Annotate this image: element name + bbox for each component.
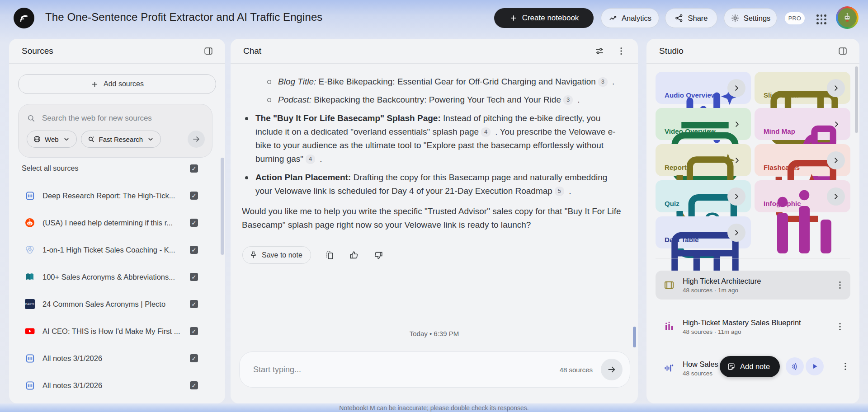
research-mode-dropdown[interactable]: Fast Research [81,131,161,148]
note-more-icon[interactable] [834,279,846,291]
source-row[interactable]: Deep Research Report: The High-Tick...✓ [9,182,225,209]
source-title: (USA) I need help determining if this r.… [42,219,183,227]
chat-more-icon[interactable] [615,45,627,57]
citation-chip[interactable]: 5 [555,187,564,196]
chevron-right-icon[interactable] [831,119,841,129]
send-button[interactable] [601,359,623,380]
note-more-icon[interactable] [840,360,851,372]
thumbs-down-button[interactable] [373,249,384,261]
chat-bullet: The "Buy It For Life Basecamp" Splash Pa… [242,112,624,166]
create-notebook-button[interactable]: Create notebook [494,8,594,28]
citation-chip[interactable]: 4 [306,154,315,164]
studio-tile-data-table[interactable]: Data Table [656,216,751,248]
thumbs-up-button[interactable] [348,249,360,261]
studio-tile-quiz[interactable]: ?Quiz [656,180,751,212]
source-row[interactable]: All notes 3/1/2026✓ [9,345,225,372]
chat-scrollbar[interactable] [633,327,636,347]
source-row[interactable]: 1-on-1 High Ticket Sales Coaching - K...… [9,236,225,263]
add-sources-button[interactable]: Add sources [18,74,216,94]
source-checkbox[interactable]: ✓ [190,246,198,254]
source-checkbox[interactable]: ✓ [190,381,198,389]
doc-favicon-icon [24,190,35,201]
studio-tile-reports[interactable]: Reports [656,144,751,176]
analytics-button[interactable]: Analytics [601,8,659,28]
source-row[interactable]: All notes 3/1/2026✓ [9,372,225,399]
source-list: Deep Research Report: The High-Tick...✓(… [9,182,225,399]
chevron-right-icon[interactable] [732,119,742,129]
studio-divider [656,258,850,258]
note-title: High Ticket Architecture [683,277,826,286]
note-text: High-Ticket Mastery Sales Blueprint48 so… [683,318,826,335]
collapse-panel-icon[interactable] [203,45,214,57]
apps-grid-icon[interactable] [814,12,829,27]
select-all-checkbox[interactable]: ✓ [190,164,198,173]
studio-scrollbar[interactable] [855,66,858,133]
save-to-note-button[interactable]: Save to note [242,246,311,264]
interactive-mode-button[interactable] [786,357,804,375]
analytics-label: Analytics [622,14,651,23]
sources-panel: Sources Add sources Web Fast Research [9,39,225,403]
source-row[interactable]: PLECTO24 Common Sales Acronyms | Plecto✓ [9,290,225,318]
source-title: 100+ Sales Acronyms & Abbreviations... [42,273,183,281]
chevron-right-icon[interactable] [727,187,745,206]
source-row[interactable]: 100+ Sales Acronyms & Abbreviations...✓ [9,263,225,290]
share-button[interactable]: Share [665,8,717,28]
chevron-right-icon[interactable] [727,79,745,97]
account-avatar[interactable] [836,6,859,29]
chevron-right-icon[interactable] [827,79,845,97]
citation-chip[interactable]: 3 [598,77,608,87]
collapse-panel-icon[interactable] [837,45,849,57]
play-icon [810,362,819,371]
notebooklm-logo[interactable] [14,8,34,28]
citation-chip[interactable]: 4 [481,127,491,137]
studio-tile-video-overview[interactable]: Video Overview [656,108,751,140]
source-title: All notes 3/1/2026 [42,354,183,363]
settings-button[interactable]: Settings [724,8,777,28]
citation-chip[interactable]: 3 [563,95,573,105]
studio-tile-flashcards[interactable]: Flashcards [755,144,850,176]
source-checkbox[interactable]: ✓ [190,300,198,308]
source-checkbox[interactable]: ✓ [190,327,198,335]
chat-message-area: Blog Title: E-Bike Bikepacking: Essentia… [242,64,624,302]
source-checkbox[interactable]: ✓ [190,192,198,200]
share-label: Share [688,14,708,23]
studio-note-row[interactable]: High Ticket Architecture48 sources · 1m … [656,271,850,300]
arrow-right-icon [192,135,201,144]
copy-button[interactable] [324,249,335,261]
source-checkbox[interactable]: ✓ [190,219,198,227]
arrow-right-icon [607,365,617,375]
studio-tile-mind-map[interactable]: Mind Map [755,108,850,140]
research-mode-label: Fast Research [99,136,143,143]
note-title: High-Ticket Mastery Sales Blueprint [683,318,826,327]
studio-tile-audio-overview[interactable]: Audio Overview [656,72,751,104]
source-checkbox[interactable]: ✓ [190,354,198,362]
chat-settings-icon[interactable] [594,45,605,57]
source-title: 1-on-1 High Ticket Sales Coaching - K... [42,246,183,254]
reddit-favicon-icon [24,217,35,228]
source-row[interactable]: (USA) I need help determining if this r.… [9,209,225,236]
chevron-down-icon [146,135,155,143]
chevron-right-icon[interactable] [827,187,845,206]
play-audio-button[interactable] [806,357,824,375]
gear-icon [731,14,740,23]
studio-note-row[interactable]: High-Ticket Mastery Sales Blueprint48 so… [656,312,850,341]
search-input[interactable] [42,114,196,123]
web-filter-dropdown[interactable]: Web [27,131,77,148]
source-title: 24 Common Sales Acronyms | Plecto [42,300,183,309]
doc-favicon-icon [24,380,35,391]
add-note-button[interactable]: Add note [720,356,780,377]
source-title: Deep Research Report: The High-Tick... [42,192,183,200]
run-search-button[interactable] [188,131,205,148]
chat-input-box: 48 sources [239,351,630,388]
chevron-right-icon[interactable] [827,151,845,169]
source-row[interactable]: AI CEO: THIS is How I'd Make My First ..… [9,318,225,345]
chevron-right-icon[interactable] [732,155,742,165]
note-more-icon[interactable] [834,321,846,332]
studio-tile-slide-deck[interactable]: Slide Deck [755,72,850,104]
studio-tile-infographic[interactable]: Infographic [755,180,850,212]
chevron-right-icon[interactable] [727,224,745,242]
sources-scrollbar[interactable] [221,158,224,255]
source-checkbox[interactable]: ✓ [190,273,198,281]
chat-input[interactable] [253,365,560,375]
web-search-card: Web Fast Research [18,104,212,158]
